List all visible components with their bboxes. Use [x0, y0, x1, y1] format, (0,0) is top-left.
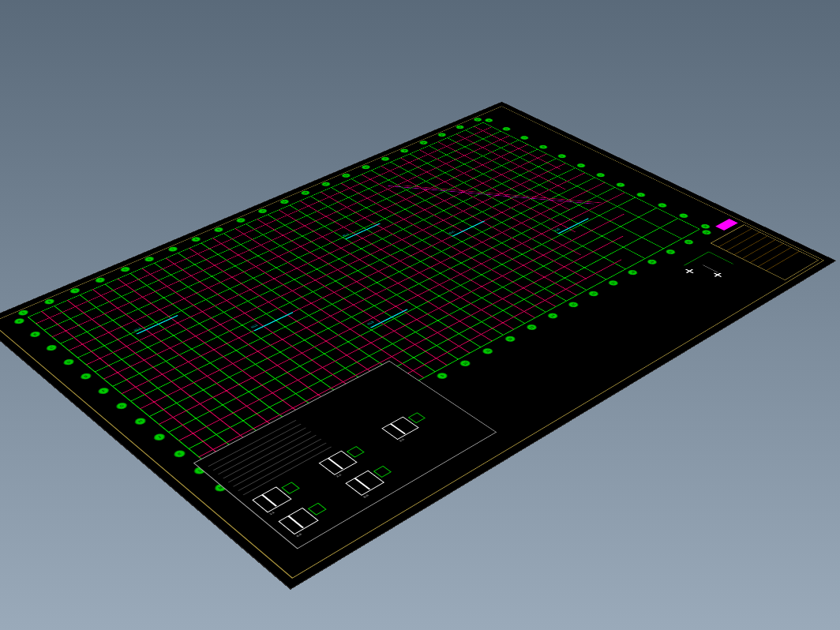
section-detail	[278, 508, 318, 534]
grid-line-h	[28, 122, 483, 317]
section-stem	[287, 516, 304, 528]
beam-label: KL2	[250, 324, 259, 328]
grid-line-v	[80, 294, 285, 452]
note-line	[240, 444, 332, 495]
beam-line-v	[212, 238, 424, 377]
grid-line-v	[482, 122, 699, 229]
section-label: 3-3	[398, 438, 405, 442]
grid-line-v	[28, 317, 230, 482]
grid-line-v	[129, 273, 338, 424]
grid-line-h	[43, 131, 501, 331]
viewport-3d[interactable]: AABBCCDDEEFFGGHHJJKKLLMM1122334455667788…	[0, 0, 840, 630]
cad-drawing-sheet: AABBCCDDEEFFGGHHJJKKLLMM1122334455667788…	[0, 102, 835, 589]
note-line	[234, 440, 326, 490]
note-line	[224, 433, 316, 483]
beam-callout	[370, 309, 408, 328]
section-detail	[345, 471, 384, 496]
section-hatch	[281, 482, 299, 493]
section-detail	[319, 451, 358, 475]
beam-line-h	[36, 127, 492, 324]
beam-label: KL3	[366, 321, 375, 325]
section-detail	[252, 486, 292, 512]
beam-line-v	[117, 279, 324, 432]
section-stem	[328, 458, 343, 470]
